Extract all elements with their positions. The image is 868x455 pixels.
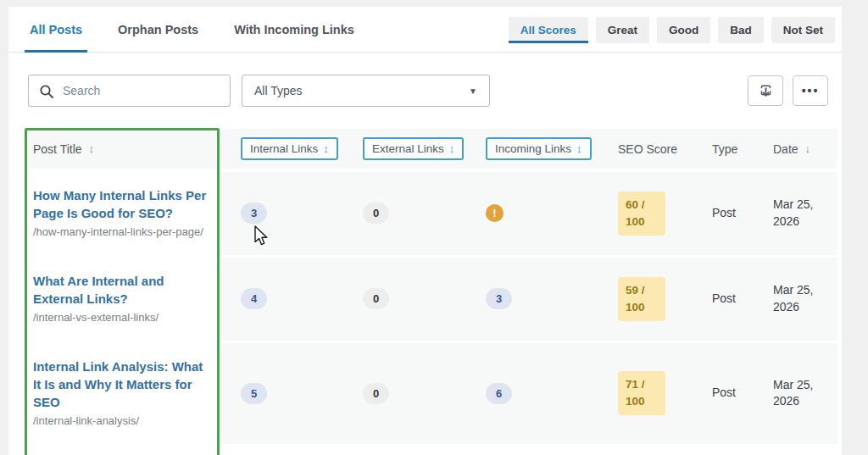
- incoming-links-count[interactable]: 3: [486, 288, 512, 309]
- post-view-tabs: All Posts Orphan Posts With Incoming Lin…: [8, 7, 354, 52]
- column-header-post-title[interactable]: Post Title ↕: [33, 142, 207, 156]
- sort-icon: ↕: [89, 142, 95, 155]
- column-header-external-links[interactable]: External Links ↕: [363, 137, 464, 160]
- table-row: Internal Link Analysis: What It Is and W…: [25, 343, 837, 444]
- sort-icon: ↕: [323, 142, 329, 155]
- post-date: Mar 25, 2026: [773, 197, 813, 228]
- post-type: Post: [712, 291, 736, 305]
- filter-all-scores[interactable]: All Scores: [509, 17, 588, 43]
- external-links-count[interactable]: 0: [363, 288, 389, 309]
- internal-links-count[interactable]: 3: [241, 203, 267, 224]
- sort-desc-icon: ↓: [805, 142, 811, 155]
- internal-links-count[interactable]: 4: [241, 288, 267, 309]
- score-filter-group: All Scores Great Good Bad Not Set: [509, 7, 835, 53]
- dropdown-arrow-icon: ▼: [469, 86, 477, 96]
- post-title-link[interactable]: How Many Internal Links Per Page Is Good…: [33, 186, 207, 222]
- post-type: Post: [712, 206, 736, 219]
- posts-table: Post Title ↕ Internal Links ↕ External L…: [25, 129, 837, 444]
- column-header-type: Type: [712, 142, 757, 156]
- post-date: Mar 25, 2026: [773, 378, 813, 408]
- external-links-count[interactable]: 0: [363, 203, 389, 224]
- post-slug: /how-many-internal-links-per-page/: [33, 225, 207, 241]
- column-header-incoming-links[interactable]: Incoming Links ↕: [486, 137, 592, 160]
- table-row: What Are Internal and External Links? /i…: [25, 258, 837, 341]
- seo-score-badge: 59 / 100: [618, 277, 665, 322]
- ellipsis-icon: •••: [802, 85, 820, 97]
- post-date: Mar 25, 2026: [773, 283, 813, 314]
- column-header-seo-score: SEO Score: [618, 142, 689, 156]
- export-icon: [759, 84, 773, 98]
- tabs-bar: All Posts Orphan Posts With Incoming Lin…: [8, 7, 842, 53]
- search-box: [28, 75, 231, 107]
- sort-icon: ↕: [449, 142, 455, 155]
- search-input[interactable]: [29, 75, 230, 106]
- column-header-date[interactable]: Date ↓: [773, 142, 837, 156]
- internal-links-count[interactable]: 5: [241, 383, 267, 404]
- toolbar-actions: •••: [748, 75, 828, 106]
- tab-orphan-posts[interactable]: Orphan Posts: [118, 7, 198, 52]
- tab-with-incoming-links[interactable]: With Incoming Links: [234, 7, 354, 52]
- filter-good[interactable]: Good: [657, 17, 710, 43]
- incoming-links-count[interactable]: 6: [486, 383, 512, 404]
- post-title-link[interactable]: What Are Internal and External Links?: [33, 272, 207, 308]
- more-options-button[interactable]: •••: [793, 75, 828, 106]
- post-slug: /internal-vs-external-links/: [33, 310, 207, 326]
- export-button[interactable]: [748, 75, 783, 106]
- table-body: How Many Internal Links Per Page Is Good…: [25, 172, 837, 444]
- search-icon: [39, 84, 54, 99]
- type-filter-value: All Types: [254, 84, 303, 97]
- post-type: Post: [712, 386, 736, 399]
- filter-not-set[interactable]: Not Set: [771, 17, 835, 43]
- warning-icon[interactable]: !: [486, 204, 504, 222]
- table-row: How Many Internal Links Per Page Is Good…: [25, 172, 837, 255]
- external-links-count[interactable]: 0: [363, 383, 389, 404]
- posts-report-panel: All Posts Orphan Posts With Incoming Lin…: [8, 7, 842, 455]
- column-header-internal-links[interactable]: Internal Links ↕: [241, 137, 338, 160]
- filter-great[interactable]: Great: [596, 17, 649, 43]
- tab-all-posts[interactable]: All Posts: [30, 7, 82, 52]
- post-title-link[interactable]: Internal Link Analysis: What It Is and W…: [33, 358, 207, 411]
- filter-bad[interactable]: Bad: [718, 17, 764, 43]
- filter-toolbar: All Types ▼ •••: [8, 53, 842, 129]
- table-header-row: Post Title ↕ Internal Links ↕ External L…: [25, 129, 837, 169]
- post-slug: /internal-link-analysis/: [33, 413, 207, 430]
- sort-icon: ↕: [576, 142, 582, 155]
- seo-score-badge: 71 / 100: [618, 371, 665, 416]
- type-filter-dropdown[interactable]: All Types ▼: [242, 75, 490, 107]
- seo-score-badge: 60 / 100: [618, 191, 665, 236]
